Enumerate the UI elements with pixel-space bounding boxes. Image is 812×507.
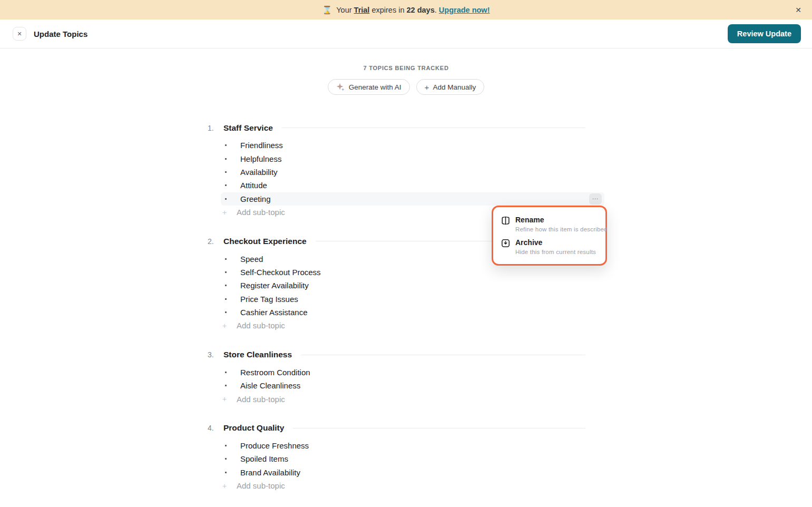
- topic-number: 2.: [208, 237, 223, 246]
- add-subtopic-label: Add sub-topic: [237, 321, 285, 330]
- bullet-icon: [225, 311, 227, 313]
- subtopic-row[interactable]: Aisle Cleanliness: [221, 379, 604, 392]
- bullet-icon: [225, 445, 227, 446]
- topic-section: 4. Product Quality Produce Freshness Spo…: [208, 422, 604, 493]
- menu-item-archive[interactable]: Archive Hide this from current results: [501, 235, 598, 258]
- plus-icon: +: [425, 83, 429, 92]
- days-remaining: 22 days: [407, 6, 435, 14]
- bullet-icon: [225, 198, 227, 200]
- subtopic-row[interactable]: Price Tag Issues: [221, 292, 604, 306]
- upgrade-now-link[interactable]: Upgrade now!: [439, 6, 490, 14]
- topic-number: 4.: [208, 424, 223, 432]
- subtopic-label: Greeting: [240, 194, 271, 203]
- rename-icon: [501, 216, 511, 226]
- subtopic-row[interactable]: Helpfulness: [221, 152, 604, 165]
- bullet-icon: [225, 385, 227, 386]
- subtopic-label: Speed: [240, 255, 263, 264]
- topics-tracked-count: 7 TOPICS BEING TRACKED: [0, 65, 812, 71]
- plus-icon: +: [222, 321, 228, 330]
- subtopic-label: Availability: [240, 168, 278, 177]
- subtopic-row[interactable]: Greeting ...: [221, 192, 604, 206]
- bullet-icon: [225, 372, 227, 373]
- add-subtopic-label: Add sub-topic: [237, 208, 285, 217]
- topic-number: 1.: [208, 124, 223, 132]
- subtopic-row[interactable]: Spoiled Items: [221, 452, 604, 465]
- add-manually-button[interactable]: + Add Manually: [416, 79, 485, 95]
- subtopic-row[interactable]: Brand Availability: [221, 466, 604, 479]
- page-title: Update Topics: [34, 30, 87, 38]
- review-update-button[interactable]: Review Update: [728, 24, 801, 43]
- topics-list: 1. Staff Service Friendliness Helpfulnes…: [208, 121, 604, 492]
- subtopic-label: Restroom Condition: [240, 368, 310, 377]
- subtopic-row[interactable]: Cashier Assistance: [221, 306, 604, 319]
- topic-number: 3.: [208, 350, 223, 359]
- topic-header: 3. Store Cleanliness: [208, 348, 604, 362]
- bullet-icon: [225, 285, 227, 286]
- trial-label: Trial: [354, 6, 370, 14]
- subtopic-label: Aisle Cleanliness: [240, 381, 300, 390]
- subtopic-label: Register Availability: [240, 281, 309, 290]
- subtopic-label: Brand Availability: [240, 468, 300, 477]
- add-subtopic-button[interactable]: + Add sub-topic: [208, 479, 604, 492]
- topic-section: 1. Staff Service Friendliness Helpfulnes…: [208, 121, 604, 219]
- subtopic-label: Cashier Assistance: [240, 308, 308, 317]
- generate-with-ai-button[interactable]: Generate with AI: [328, 79, 410, 95]
- topic-title[interactable]: Store Cleanliness: [223, 350, 292, 359]
- subtopic-context-menu: Rename Refine how this item is described…: [492, 206, 607, 266]
- menu-item-rename[interactable]: Rename Refine how this item is described: [501, 212, 598, 235]
- subtopic-row[interactable]: Attitude: [221, 179, 604, 192]
- plus-icon: +: [222, 395, 228, 403]
- archive-icon: [501, 238, 511, 248]
- trial-banner-text: Your Trial expires in 22 days. Upgrade n…: [336, 6, 490, 14]
- add-subtopic-button[interactable]: + Add sub-topic: [208, 392, 604, 405]
- subtopic-row[interactable]: Availability: [221, 165, 604, 179]
- bullet-icon: [225, 258, 227, 260]
- bullet-icon: [225, 171, 227, 173]
- subtopic-label: Price Tag Issues: [240, 295, 298, 304]
- bullet-icon: [225, 184, 227, 186]
- topic-title[interactable]: Staff Service: [223, 123, 273, 133]
- topic-section: 3. Store Cleanliness Restroom Condition …: [208, 348, 604, 406]
- ai-sparkle-icon: [336, 83, 345, 92]
- subtopic-label: Produce Freshness: [240, 441, 309, 450]
- subtopic-label: Spoiled Items: [240, 454, 288, 463]
- bullet-icon: [225, 458, 227, 460]
- add-subtopic-label: Add sub-topic: [237, 481, 285, 490]
- add-subtopic-button[interactable]: + Add sub-topic: [208, 319, 604, 332]
- topics-toolbar: 7 TOPICS BEING TRACKED Generate with AI …: [0, 65, 812, 95]
- subtopic-label: Self-Checkout Process: [240, 268, 321, 277]
- topic-divider: [282, 128, 585, 128]
- subtopic-row[interactable]: Produce Freshness: [221, 439, 604, 452]
- subtopic-label: Helpfulness: [240, 154, 281, 163]
- more-options-button[interactable]: ...: [589, 193, 602, 204]
- topic-header: 1. Staff Service: [208, 121, 604, 134]
- banner-close-icon[interactable]: ✕: [795, 6, 801, 14]
- topic-header: 4. Product Quality: [208, 422, 604, 435]
- bullet-icon: [225, 144, 227, 146]
- subtopic-label: Attitude: [240, 181, 267, 190]
- bullet-icon: [225, 472, 227, 473]
- trial-banner: ⌛ Your Trial expires in 22 days. Upgrade…: [0, 0, 812, 19]
- page-header: ✕ Update Topics Review Update: [0, 19, 812, 48]
- subtopic-row[interactable]: Register Availability: [221, 279, 604, 292]
- subtopic-row[interactable]: Friendliness: [221, 139, 604, 152]
- add-subtopic-label: Add sub-topic: [237, 395, 285, 404]
- topic-divider: [293, 428, 585, 428]
- bullet-icon: [225, 298, 227, 300]
- subtopic-row[interactable]: Self-Checkout Process: [221, 266, 604, 279]
- plus-icon: +: [222, 208, 228, 217]
- archive-description: Hide this from current results: [515, 249, 596, 255]
- topic-divider: [301, 355, 585, 355]
- rename-description: Refine how this item is described: [515, 226, 608, 232]
- bullet-icon: [225, 271, 227, 273]
- topic-title[interactable]: Checkout Experience: [223, 237, 307, 246]
- topic-title[interactable]: Product Quality: [223, 423, 284, 433]
- update-topics-page: { "banner": { "hourglass_icon": "⌛", "te…: [0, 0, 812, 507]
- bullet-icon: [225, 158, 227, 160]
- hourglass-icon: ⌛: [322, 5, 332, 15]
- subtopic-row[interactable]: Restroom Condition: [221, 366, 604, 379]
- close-button[interactable]: ✕: [13, 27, 26, 41]
- plus-icon: +: [222, 482, 228, 490]
- rename-label: Rename: [515, 216, 544, 224]
- subtopic-label: Friendliness: [240, 141, 283, 150]
